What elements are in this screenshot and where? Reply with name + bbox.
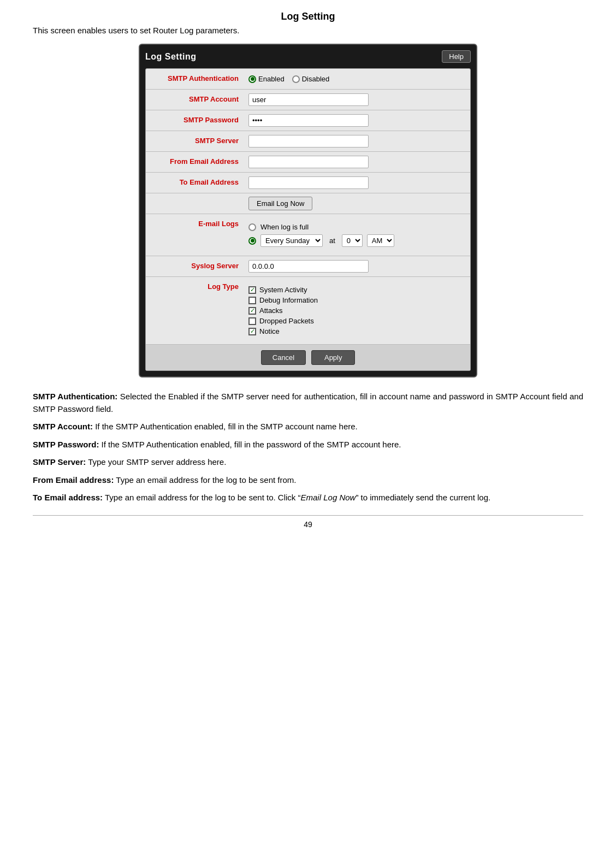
smtp-auth-enabled-radio[interactable]	[248, 75, 256, 83]
email-log-now-spacer	[146, 202, 244, 206]
attacks-checkbox[interactable]	[248, 307, 256, 315]
desc-smtp-account: SMTP Account: If the SMTP Authentication…	[33, 421, 583, 433]
desc-smtp-server-text: Type your SMTP server address here.	[88, 457, 226, 467]
smtp-auth-row: SMTP Authentication Enabled Disabled	[146, 69, 470, 90]
smtp-auth-enabled-text: Enabled	[258, 75, 285, 83]
notice-checkbox[interactable]	[248, 328, 256, 335]
email-log-now-control: Email Log Now	[244, 194, 470, 212]
when-log-full-text: When log is full	[260, 223, 309, 231]
email-logs-section: When log is full Every Sunday Every Mond…	[248, 220, 466, 250]
ampm-select[interactable]: AM PM	[367, 234, 394, 247]
desc-from-email: From Email address: Type an email addres…	[33, 474, 583, 487]
apply-button[interactable]: Apply	[311, 350, 355, 365]
desc-smtp-server: SMTP Server: Type your SMTP server addre…	[33, 456, 583, 469]
log-type-attacks[interactable]: Attacks	[248, 306, 466, 315]
desc-smtp-password-bold: SMTP Password:	[33, 440, 99, 449]
footer-page-number: 49	[33, 520, 583, 529]
smtp-password-label: SMTP Password	[146, 114, 244, 127]
syslog-server-row: Syslog Server	[146, 256, 470, 277]
log-type-dropped-packets[interactable]: Dropped Packets	[248, 317, 466, 325]
help-button[interactable]: Help	[442, 50, 471, 63]
smtp-server-input[interactable]	[248, 135, 369, 147]
from-email-input[interactable]	[248, 156, 369, 168]
syslog-server-label: Syslog Server	[146, 259, 244, 273]
desc-from-email-text: Type an email address for the log to be …	[116, 475, 296, 485]
smtp-server-control	[244, 133, 470, 150]
desc-to-email-text: Type an email address for the log to be …	[105, 493, 490, 502]
from-email-control	[244, 154, 470, 170]
log-type-row: Log Type System Activity Debug Informati…	[146, 277, 470, 345]
log-type-label: Log Type	[146, 280, 244, 294]
page-intro: This screen enables users to set Router …	[33, 26, 583, 35]
panel-header: Log Setting Help	[145, 50, 471, 63]
dropped-packets-checkbox[interactable]	[248, 317, 256, 325]
when-log-full-radio[interactable]	[248, 223, 256, 231]
schedule-row: Every Sunday Every Monday Every Day at 0…	[248, 234, 466, 247]
debug-info-checkbox[interactable]	[248, 297, 256, 304]
smtp-auth-label: SMTP Authentication	[146, 72, 244, 86]
smtp-auth-disabled-text: Disabled	[302, 75, 330, 83]
log-type-debug-info[interactable]: Debug Information	[248, 296, 466, 304]
desc-smtp-auth-bold: SMTP Authentication:	[33, 392, 117, 401]
cancel-button[interactable]: Cancel	[261, 350, 306, 365]
desc-smtp-password: SMTP Password: If the SMTP Authenticatio…	[33, 439, 583, 451]
panel-body: SMTP Authentication Enabled Disabled	[145, 68, 471, 371]
smtp-password-input[interactable]	[248, 114, 369, 127]
log-type-system-activity[interactable]: System Activity	[248, 286, 466, 294]
at-label: at	[329, 237, 335, 245]
panel-title: Log Setting	[145, 52, 196, 62]
smtp-server-row: SMTP Server	[146, 131, 470, 152]
smtp-auth-disabled-label[interactable]: Disabled	[292, 75, 330, 83]
to-email-row: To Email Address	[146, 173, 470, 193]
log-type-notice[interactable]: Notice	[248, 327, 466, 335]
syslog-server-control	[244, 258, 470, 275]
email-logs-row: E-mail Logs When log is full Every Sunda…	[146, 214, 470, 256]
from-email-label: From Email Address	[146, 155, 244, 169]
desc-to-email-bold: To Email address:	[33, 493, 103, 502]
smtp-auth-control: Enabled Disabled	[244, 73, 470, 85]
schedule-radio[interactable]	[248, 237, 256, 245]
page-title: Log Setting	[33, 11, 583, 22]
hour-select[interactable]: 0 1 2	[342, 234, 363, 247]
smtp-account-row: SMTP Account	[146, 90, 470, 110]
button-row: Cancel Apply	[146, 345, 470, 370]
panel-wrapper: Log Setting Help SMTP Authentication Ena…	[33, 44, 583, 377]
system-activity-checkbox[interactable]	[248, 286, 256, 294]
smtp-auth-disabled-radio[interactable]	[292, 75, 300, 83]
smtp-account-input[interactable]	[248, 93, 369, 106]
to-email-control	[244, 174, 470, 191]
smtp-account-label: SMTP Account	[146, 93, 244, 107]
from-email-row: From Email Address	[146, 152, 470, 173]
email-logs-control: When log is full Every Sunday Every Mond…	[244, 217, 470, 252]
attacks-label: Attacks	[259, 306, 283, 315]
smtp-account-control	[244, 91, 470, 108]
smtp-auth-radio-group: Enabled Disabled	[248, 75, 466, 83]
to-email-input[interactable]	[248, 176, 369, 189]
log-setting-panel: Log Setting Help SMTP Authentication Ena…	[139, 44, 477, 377]
notice-label: Notice	[259, 327, 280, 335]
desc-smtp-account-bold: SMTP Account:	[33, 422, 93, 431]
when-log-full-row: When log is full	[248, 223, 466, 231]
desc-from-email-bold: From Email address:	[33, 475, 114, 485]
smtp-auth-enabled-label[interactable]: Enabled	[248, 75, 285, 83]
description-section: SMTP Authentication: Selected the Enable…	[33, 391, 583, 504]
log-type-checkbox-group: System Activity Debug Information Attack…	[248, 282, 466, 339]
log-type-control: System Activity Debug Information Attack…	[244, 280, 470, 341]
desc-smtp-auth: SMTP Authentication: Selected the Enable…	[33, 391, 583, 415]
smtp-password-control	[244, 112, 470, 129]
dropped-packets-label: Dropped Packets	[259, 317, 314, 325]
system-activity-label: System Activity	[259, 286, 307, 294]
email-log-now-row: Email Log Now	[146, 193, 470, 214]
email-log-now-button[interactable]: Email Log Now	[248, 197, 312, 210]
desc-smtp-server-bold: SMTP Server:	[33, 457, 86, 467]
footer-divider	[33, 515, 583, 516]
schedule-select[interactable]: Every Sunday Every Monday Every Day	[260, 234, 323, 247]
to-email-label: To Email Address	[146, 176, 244, 190]
debug-info-label: Debug Information	[259, 296, 318, 304]
smtp-server-label: SMTP Server	[146, 134, 244, 148]
desc-to-email: To Email address: Type an email address …	[33, 492, 583, 504]
syslog-server-input[interactable]	[248, 260, 369, 273]
desc-smtp-account-text: If the SMTP Authentication enabled, fill…	[95, 422, 358, 431]
desc-smtp-password-text: If the SMTP Authentication enabled, fill…	[102, 440, 401, 449]
email-logs-label: E-mail Logs	[146, 217, 244, 231]
